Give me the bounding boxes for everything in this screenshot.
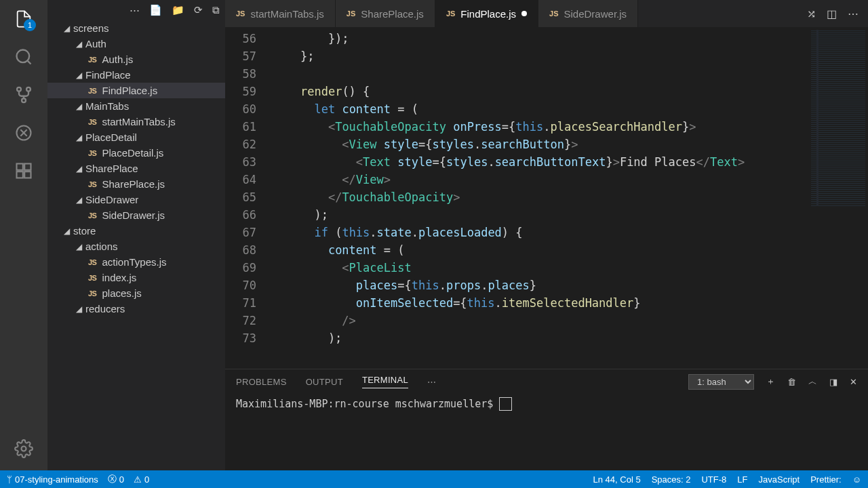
tree-label: SideDrawer.js (102, 209, 165, 221)
kill-terminal-icon[interactable]: 🗑 (787, 377, 796, 387)
folder-item[interactable]: ◢FindPlace (47, 67, 225, 83)
js-file-icon: JS (236, 9, 245, 18)
tree-label: store (73, 225, 96, 237)
chevron-down-icon: ◢ (64, 226, 73, 236)
svg-rect-8 (17, 171, 23, 178)
indent-status[interactable]: Spaces: 2 (652, 474, 691, 485)
editor-tabs: JSstartMainTabs.jsJSSharePlace.jsJSFindP… (225, 0, 868, 27)
file-item[interactable]: JSSideDrawer.js (47, 207, 225, 223)
svg-line-1 (28, 61, 31, 64)
file-item[interactable]: JSPlaceDetail.js (47, 145, 225, 161)
explorer-icon[interactable]: 1 (13, 8, 35, 30)
settings-icon[interactable] (13, 438, 35, 460)
compare-icon[interactable]: ⤮ (807, 7, 816, 20)
debug-icon[interactable] (13, 122, 35, 144)
source-control-icon[interactable] (13, 84, 35, 106)
folder-item[interactable]: ◢SideDrawer (47, 192, 225, 207)
tree-label: places.js (102, 287, 141, 299)
feedback-icon[interactable]: ☺ (852, 474, 861, 485)
folder-item[interactable]: ◢MainTabs (47, 98, 225, 114)
terminal-body[interactable]: Maximilians-MBP:rn-course mschwarzmuelle… (225, 394, 868, 470)
tree-label: FindPlace (85, 69, 131, 81)
editor[interactable]: 565758596061626364656667686970717273 });… (225, 27, 868, 369)
panel-tab-output[interactable]: OUTPUT (306, 377, 343, 387)
panel-close-icon[interactable]: ✕ (850, 377, 857, 387)
split-editor-icon[interactable]: ◫ (827, 7, 837, 20)
editor-tab[interactable]: JSSideDrawer.js (538, 0, 638, 27)
terminal-prompt: Maximilians-MBP:rn-course mschwarzmuelle… (236, 398, 499, 410)
folder-item[interactable]: ◢store (47, 223, 225, 239)
panel-maximize-icon[interactable]: ◨ (829, 377, 837, 387)
tree-label: PlaceDetail (85, 131, 137, 143)
eol-status[interactable]: LF (737, 474, 747, 485)
file-item[interactable]: JSSharePlace.js (47, 176, 225, 192)
status-warnings[interactable]: ⚠ 0 (134, 474, 149, 485)
chevron-down-icon: ◢ (76, 164, 85, 174)
tree-label: index.js (102, 272, 136, 283)
editor-tab[interactable]: JSstartMainTabs.js (225, 0, 336, 27)
tree-label: actions (85, 241, 118, 252)
file-item[interactable]: JSFindPlace.js (47, 83, 225, 98)
file-tree: ◢screens◢AuthJSAuth.js◢FindPlaceJSFindPl… (47, 20, 225, 322)
extensions-icon[interactable] (13, 160, 35, 182)
git-branch[interactable]: ᛘ 07-styling-animations (7, 474, 98, 485)
prettier-status[interactable]: Prettier: (810, 474, 842, 485)
tree-label: PlaceDetail.js (102, 147, 163, 159)
js-file-icon: JS (88, 149, 96, 157)
panel-up-icon[interactable]: ︿ (808, 375, 817, 388)
svg-rect-6 (17, 164, 23, 170)
js-file-icon: JS (88, 87, 96, 95)
minimap[interactable] (807, 27, 868, 369)
js-file-icon: JS (88, 289, 96, 298)
language-status[interactable]: JavaScript (759, 474, 800, 485)
status-errors[interactable]: ⓧ 0 (108, 473, 124, 485)
file-item[interactable]: JSactionTypes.js (47, 254, 225, 270)
file-item[interactable]: JSstartMainTabs.js (47, 114, 225, 129)
js-file-icon: JS (549, 9, 558, 18)
panel-overflow-icon[interactable]: ⋯ (427, 377, 436, 387)
folder-item[interactable]: ◢Auth (47, 36, 225, 52)
activity-bar: 1 (0, 0, 47, 470)
tree-label: FindPlace.js (102, 85, 157, 96)
js-file-icon: JS (88, 180, 96, 188)
file-item[interactable]: JSAuth.js (47, 52, 225, 67)
cursor-position[interactable]: Ln 44, Col 5 (593, 474, 641, 485)
dirty-indicator-icon (521, 11, 527, 16)
new-folder-icon[interactable]: 📁 (172, 4, 184, 16)
folder-item[interactable]: ◢SharePlace (47, 161, 225, 176)
tree-label: startMainTabs.js (102, 116, 175, 127)
more-actions-icon[interactable]: ⋯ (848, 7, 859, 20)
new-terminal-icon[interactable]: ＋ (766, 375, 775, 388)
folder-item[interactable]: ◢PlaceDetail (47, 129, 225, 145)
tree-label: SharePlace (85, 163, 138, 174)
js-file-icon: JS (446, 9, 455, 18)
file-item[interactable]: JSplaces.js (47, 285, 225, 301)
refresh-icon[interactable]: ⟳ (194, 4, 203, 16)
folder-item[interactable]: ◢screens (47, 20, 225, 36)
search-icon[interactable] (13, 46, 35, 68)
svg-point-10 (22, 447, 26, 451)
panel-tab-problems[interactable]: PROBLEMS (236, 377, 287, 387)
js-file-icon: JS (88, 118, 96, 126)
status-bar: ᛘ 07-styling-animations ⓧ 0 ⚠ 0 Ln 44, C… (0, 470, 868, 488)
editor-tab[interactable]: JSSharePlace.js (336, 0, 435, 27)
chevron-down-icon: ◢ (76, 39, 85, 49)
overflow-icon[interactable]: ⋯ (130, 4, 140, 16)
tree-label: Auth (85, 38, 106, 49)
collapse-icon[interactable]: ⧉ (212, 4, 220, 16)
line-gutter: 565758596061626364656667686970717273 (225, 27, 273, 369)
js-file-icon: JS (88, 56, 96, 64)
terminal-selector[interactable]: 1: bash (688, 374, 754, 390)
folder-item[interactable]: ◢reducers (47, 301, 225, 317)
tree-label: SideDrawer (85, 194, 138, 205)
file-item[interactable]: JSindex.js (47, 270, 225, 285)
new-file-icon[interactable]: 📄 (149, 4, 162, 16)
panel-tab-terminal[interactable]: TERMINAL (362, 375, 408, 388)
code-content[interactable]: }); }; render() { let content = ( <Touch… (273, 27, 807, 369)
tree-label: SharePlace.js (102, 178, 165, 190)
folder-item[interactable]: ◢actions (47, 239, 225, 254)
editor-tab[interactable]: JSFindPlace.js (435, 0, 538, 27)
chevron-down-icon: ◢ (76, 133, 85, 142)
tab-label: SharePlace.js (361, 8, 424, 20)
encoding-status[interactable]: UTF-8 (701, 474, 726, 485)
